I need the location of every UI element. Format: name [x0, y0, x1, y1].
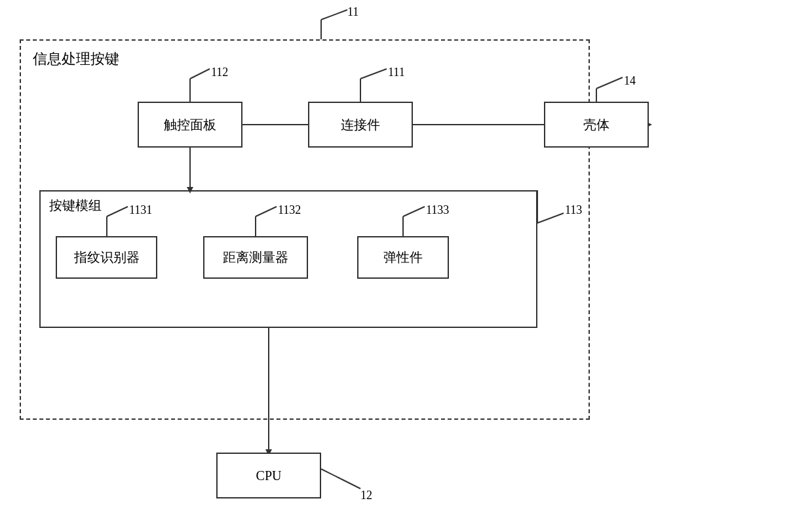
svg-line-1	[321, 10, 347, 20]
connector-box: 连接件	[308, 102, 413, 148]
ref-12: 12	[360, 489, 372, 502]
key-module-label: 按键模组	[49, 197, 102, 214]
ref-1131: 1131	[129, 203, 152, 217]
cpu-box: CPU	[216, 453, 321, 498]
svg-line-7	[596, 77, 623, 89]
ref-14: 14	[624, 74, 636, 88]
touchpad-box: 触控面板	[138, 102, 242, 148]
outer-box-label: 信息处理按键	[33, 49, 119, 69]
svg-line-26	[321, 469, 341, 479]
shell-box: 壳体	[544, 102, 649, 148]
ref-11: 11	[347, 5, 358, 19]
distance-box: 距离测量器	[203, 236, 308, 279]
ref-111: 111	[388, 66, 405, 79]
ref-112: 112	[211, 66, 228, 79]
ref-1132: 1132	[278, 203, 301, 217]
diagram: 信息处理按键 按键模组 触控面板 连接件 壳体 指纹识别器 距离测量器 弹性件 …	[0, 0, 812, 528]
ref-113: 113	[565, 203, 582, 217]
ref-1133: 1133	[426, 203, 449, 217]
fingerprint-box: 指纹识别器	[56, 236, 157, 279]
elastic-box: 弹性件	[357, 236, 449, 279]
svg-line-27	[341, 479, 360, 489]
